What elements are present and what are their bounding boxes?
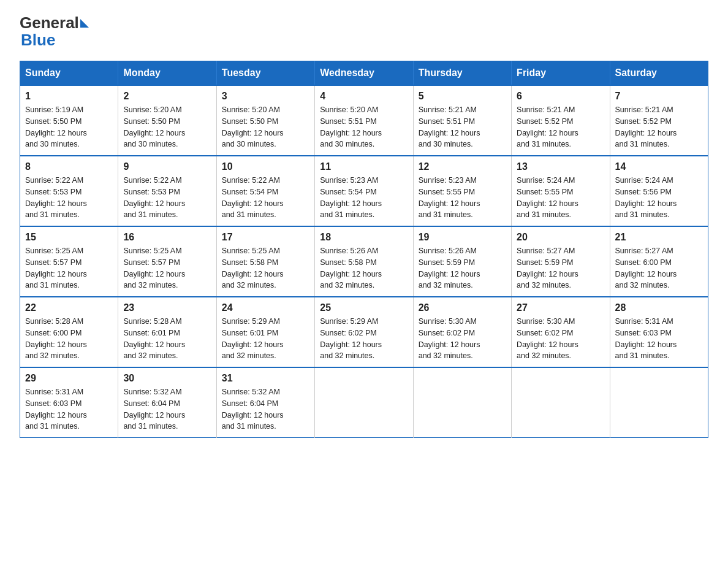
- day-number: 31: [222, 373, 309, 384]
- weekday-header-monday: Monday: [118, 61, 216, 86]
- day-info: Sunrise: 5:22 AMSunset: 5:54 PMDaylight:…: [222, 175, 309, 221]
- day-number: 16: [123, 232, 211, 243]
- day-number: 29: [25, 373, 113, 384]
- day-info: Sunrise: 5:32 AMSunset: 6:04 PMDaylight:…: [123, 386, 211, 432]
- calendar-day-cell: 12Sunrise: 5:23 AMSunset: 5:55 PMDayligh…: [413, 156, 511, 226]
- day-number: 5: [419, 91, 506, 102]
- calendar-day-cell: 25Sunrise: 5:29 AMSunset: 6:02 PMDayligh…: [315, 297, 413, 367]
- day-number: 18: [320, 232, 408, 243]
- day-info: Sunrise: 5:25 AMSunset: 5:57 PMDaylight:…: [25, 245, 113, 291]
- day-info: Sunrise: 5:30 AMSunset: 6:02 PMDaylight:…: [517, 316, 604, 362]
- calendar-day-cell: 26Sunrise: 5:30 AMSunset: 6:02 PMDayligh…: [413, 297, 511, 367]
- calendar-day-cell: [413, 367, 511, 438]
- calendar-week-row: 1Sunrise: 5:19 AMSunset: 5:50 PMDaylight…: [20, 85, 708, 156]
- day-info: Sunrise: 5:26 AMSunset: 5:59 PMDaylight:…: [419, 245, 506, 291]
- day-info: Sunrise: 5:21 AMSunset: 5:52 PMDaylight:…: [517, 104, 604, 150]
- weekday-header-friday: Friday: [512, 61, 610, 86]
- logo-general-text: General: [20, 15, 79, 31]
- calendar-day-cell: 15Sunrise: 5:25 AMSunset: 5:57 PMDayligh…: [20, 226, 118, 297]
- day-info: Sunrise: 5:26 AMSunset: 5:58 PMDaylight:…: [320, 245, 408, 291]
- day-info: Sunrise: 5:23 AMSunset: 5:54 PMDaylight:…: [320, 175, 408, 221]
- calendar-day-cell: 3Sunrise: 5:20 AMSunset: 5:50 PMDaylight…: [216, 85, 314, 156]
- calendar-day-cell: [610, 367, 708, 438]
- calendar-day-cell: 10Sunrise: 5:22 AMSunset: 5:54 PMDayligh…: [216, 156, 314, 226]
- calendar-day-cell: 2Sunrise: 5:20 AMSunset: 5:50 PMDaylight…: [118, 85, 216, 156]
- weekday-header-saturday: Saturday: [610, 61, 708, 86]
- day-info: Sunrise: 5:19 AMSunset: 5:50 PMDaylight:…: [25, 104, 113, 150]
- calendar-day-cell: 18Sunrise: 5:26 AMSunset: 5:58 PMDayligh…: [315, 226, 413, 297]
- day-info: Sunrise: 5:32 AMSunset: 6:04 PMDaylight:…: [222, 386, 309, 432]
- calendar-day-cell: 1Sunrise: 5:19 AMSunset: 5:50 PMDaylight…: [20, 85, 118, 156]
- calendar-day-cell: 9Sunrise: 5:22 AMSunset: 5:53 PMDaylight…: [118, 156, 216, 226]
- day-number: 4: [320, 91, 408, 102]
- logo-blue-text: Blue: [20, 31, 55, 50]
- day-number: 9: [123, 161, 211, 172]
- calendar-day-cell: 16Sunrise: 5:25 AMSunset: 5:57 PMDayligh…: [118, 226, 216, 297]
- calendar-day-cell: 6Sunrise: 5:21 AMSunset: 5:52 PMDaylight…: [512, 85, 610, 156]
- day-info: Sunrise: 5:24 AMSunset: 5:56 PMDaylight:…: [615, 175, 703, 221]
- calendar-day-cell: 29Sunrise: 5:31 AMSunset: 6:03 PMDayligh…: [20, 367, 118, 438]
- calendar-day-cell: 19Sunrise: 5:26 AMSunset: 5:59 PMDayligh…: [413, 226, 511, 297]
- day-number: 23: [123, 302, 211, 313]
- day-number: 19: [419, 232, 506, 243]
- day-info: Sunrise: 5:31 AMSunset: 6:03 PMDaylight:…: [615, 316, 703, 362]
- day-info: Sunrise: 5:21 AMSunset: 5:52 PMDaylight:…: [615, 104, 703, 150]
- calendar-day-cell: 20Sunrise: 5:27 AMSunset: 5:59 PMDayligh…: [512, 226, 610, 297]
- day-number: 26: [419, 302, 506, 313]
- day-number: 8: [25, 161, 113, 172]
- calendar-day-cell: [315, 367, 413, 438]
- calendar-day-cell: 4Sunrise: 5:20 AMSunset: 5:51 PMDaylight…: [315, 85, 413, 156]
- day-number: 14: [615, 161, 703, 172]
- day-info: Sunrise: 5:22 AMSunset: 5:53 PMDaylight:…: [123, 175, 211, 221]
- logo-general: General: [20, 15, 89, 31]
- calendar-week-row: 29Sunrise: 5:31 AMSunset: 6:03 PMDayligh…: [20, 367, 708, 438]
- calendar-day-cell: 17Sunrise: 5:25 AMSunset: 5:58 PMDayligh…: [216, 226, 314, 297]
- calendar-week-row: 15Sunrise: 5:25 AMSunset: 5:57 PMDayligh…: [20, 226, 708, 297]
- day-number: 22: [25, 302, 113, 313]
- calendar-day-cell: 24Sunrise: 5:29 AMSunset: 6:01 PMDayligh…: [216, 297, 314, 367]
- calendar-day-cell: 31Sunrise: 5:32 AMSunset: 6:04 PMDayligh…: [216, 367, 314, 438]
- logo-arrow-icon: [80, 19, 89, 28]
- day-number: 15: [25, 232, 113, 243]
- day-number: 6: [517, 91, 604, 102]
- day-info: Sunrise: 5:29 AMSunset: 6:02 PMDaylight:…: [320, 316, 408, 362]
- calendar-day-cell: 11Sunrise: 5:23 AMSunset: 5:54 PMDayligh…: [315, 156, 413, 226]
- weekday-header-wednesday: Wednesday: [315, 61, 413, 86]
- calendar-day-cell: 30Sunrise: 5:32 AMSunset: 6:04 PMDayligh…: [118, 367, 216, 438]
- day-info: Sunrise: 5:31 AMSunset: 6:03 PMDaylight:…: [25, 386, 113, 432]
- day-number: 10: [222, 161, 309, 172]
- day-info: Sunrise: 5:29 AMSunset: 6:01 PMDaylight:…: [222, 316, 309, 362]
- calendar-day-cell: 21Sunrise: 5:27 AMSunset: 6:00 PMDayligh…: [610, 226, 708, 297]
- day-info: Sunrise: 5:21 AMSunset: 5:51 PMDaylight:…: [419, 104, 506, 150]
- day-info: Sunrise: 5:23 AMSunset: 5:55 PMDaylight:…: [419, 175, 506, 221]
- day-info: Sunrise: 5:20 AMSunset: 5:50 PMDaylight:…: [123, 104, 211, 150]
- day-number: 12: [419, 161, 506, 172]
- day-number: 25: [320, 302, 408, 313]
- day-info: Sunrise: 5:24 AMSunset: 5:55 PMDaylight:…: [517, 175, 604, 221]
- header: General Blue: [20, 15, 708, 50]
- calendar-day-cell: 23Sunrise: 5:28 AMSunset: 6:01 PMDayligh…: [118, 297, 216, 367]
- day-info: Sunrise: 5:25 AMSunset: 5:57 PMDaylight:…: [123, 245, 211, 291]
- calendar-table: SundayMondayTuesdayWednesdayThursdayFrid…: [20, 61, 708, 438]
- day-info: Sunrise: 5:27 AMSunset: 6:00 PMDaylight:…: [615, 245, 703, 291]
- day-number: 3: [222, 91, 309, 102]
- day-number: 28: [615, 302, 703, 313]
- day-number: 21: [615, 232, 703, 243]
- day-info: Sunrise: 5:27 AMSunset: 5:59 PMDaylight:…: [517, 245, 604, 291]
- calendar-day-cell: 5Sunrise: 5:21 AMSunset: 5:51 PMDaylight…: [413, 85, 511, 156]
- calendar-day-cell: 8Sunrise: 5:22 AMSunset: 5:53 PMDaylight…: [20, 156, 118, 226]
- weekday-header-sunday: Sunday: [20, 61, 118, 86]
- day-number: 11: [320, 161, 408, 172]
- calendar-day-cell: 14Sunrise: 5:24 AMSunset: 5:56 PMDayligh…: [610, 156, 708, 226]
- day-info: Sunrise: 5:28 AMSunset: 6:00 PMDaylight:…: [25, 316, 113, 362]
- weekday-header-row: SundayMondayTuesdayWednesdayThursdayFrid…: [20, 61, 708, 86]
- day-number: 13: [517, 161, 604, 172]
- day-info: Sunrise: 5:28 AMSunset: 6:01 PMDaylight:…: [123, 316, 211, 362]
- calendar-week-row: 22Sunrise: 5:28 AMSunset: 6:00 PMDayligh…: [20, 297, 708, 367]
- calendar-day-cell: 22Sunrise: 5:28 AMSunset: 6:00 PMDayligh…: [20, 297, 118, 367]
- logo: General Blue: [20, 15, 89, 50]
- day-number: 7: [615, 91, 703, 102]
- calendar-week-row: 8Sunrise: 5:22 AMSunset: 5:53 PMDaylight…: [20, 156, 708, 226]
- calendar-day-cell: 28Sunrise: 5:31 AMSunset: 6:03 PMDayligh…: [610, 297, 708, 367]
- day-number: 27: [517, 302, 604, 313]
